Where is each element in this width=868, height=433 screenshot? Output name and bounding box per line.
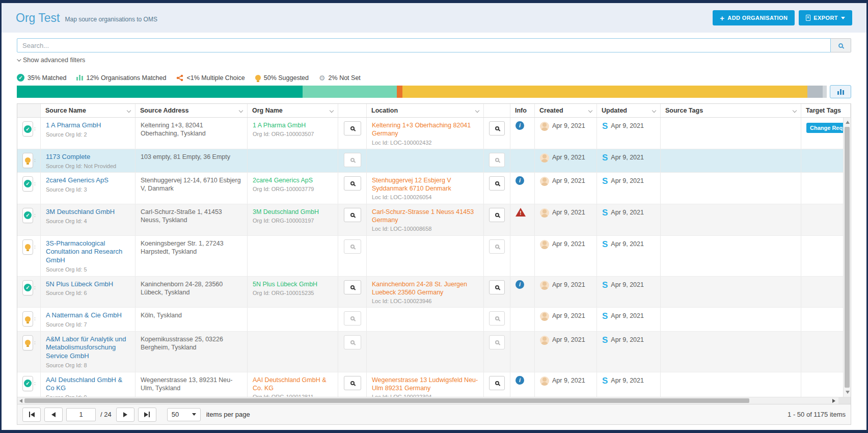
org-search-button[interactable] bbox=[344, 208, 361, 222]
org-search-button[interactable] bbox=[344, 121, 361, 136]
page-number-input[interactable] bbox=[66, 408, 96, 421]
table-row: A Natterman & Cie GmbHSource Org Id: 7 K… bbox=[17, 308, 851, 331]
table-row: ✓ AAI Deutschland GmbH & Co KGSource Org… bbox=[17, 372, 851, 397]
source-name-link[interactable]: 5N Plus Lübeck GmbH bbox=[46, 280, 130, 289]
column-menu-icon[interactable] bbox=[475, 109, 479, 113]
vertical-scroll-thumb[interactable] bbox=[845, 127, 850, 388]
location-search-button[interactable] bbox=[489, 121, 505, 136]
location-search-button[interactable] bbox=[489, 280, 505, 294]
matched-status-button[interactable]: ✓ bbox=[22, 280, 33, 295]
export-button[interactable]: EXPORT bbox=[799, 10, 852, 25]
page-title: Org Test bbox=[16, 11, 60, 25]
source-name-link[interactable]: 1173 Complete bbox=[46, 153, 130, 161]
org-name-cell: 3M Deutschland GmbHOrg Id: ORG-100003197 bbox=[248, 204, 338, 235]
col-org-name[interactable]: Org Name bbox=[248, 104, 338, 117]
show-advanced-filters-toggle[interactable]: Show advanced filters bbox=[17, 57, 85, 64]
search-icon bbox=[350, 213, 355, 217]
org-search-button[interactable] bbox=[344, 239, 361, 254]
column-menu-icon[interactable] bbox=[652, 109, 656, 113]
col-source-tags[interactable]: Source Tags bbox=[661, 104, 801, 117]
loc-id: Loc Id: LOC-100008658 bbox=[372, 225, 478, 232]
location-cell: Carl-Schurz-Strasse 1 Neuss 41453 German… bbox=[367, 204, 484, 235]
source-address-cell: Kaninchenborn 24-28, 23560 Lübeck, Tyskl… bbox=[135, 277, 248, 308]
matched-status-button[interactable]: ✓ bbox=[22, 121, 33, 137]
org-search-button[interactable] bbox=[344, 176, 361, 191]
col-location[interactable]: Location bbox=[367, 104, 484, 117]
lightbulb-icon bbox=[25, 157, 31, 163]
location-search-button[interactable] bbox=[489, 208, 505, 222]
suggested-status-button[interactable] bbox=[22, 311, 33, 327]
org-search-button[interactable] bbox=[344, 335, 361, 349]
first-page-button[interactable] bbox=[22, 408, 41, 422]
horizontal-scroll-thumb[interactable] bbox=[24, 398, 749, 403]
source-name-cell: 5N Plus Lübeck GmbHSource Org Id: 6 bbox=[41, 277, 135, 308]
source-tags-cell bbox=[661, 149, 801, 172]
horizontal-scrollbar[interactable] bbox=[17, 397, 851, 404]
table-row: ✓ 2care4 Generics ApSSource Org Id: 3 St… bbox=[17, 173, 851, 204]
org-id: Org Id: ORG-100003197 bbox=[253, 217, 333, 224]
location-cell bbox=[367, 332, 484, 372]
suggested-status-button[interactable] bbox=[22, 335, 33, 350]
info-icon[interactable]: i bbox=[516, 176, 524, 185]
matched-status-button[interactable]: ✓ bbox=[22, 376, 33, 391]
drag-grip bbox=[35, 286, 35, 287]
suggested-status-button[interactable] bbox=[22, 153, 33, 168]
scroll-right-arrow-icon[interactable] bbox=[832, 399, 835, 403]
info-icon[interactable]: i bbox=[516, 376, 524, 385]
source-name-link[interactable]: 1 A Pharma GmbH bbox=[46, 121, 130, 130]
status-cell bbox=[17, 332, 41, 372]
col-source-address[interactable]: Source Address bbox=[135, 104, 248, 117]
column-menu-icon[interactable] bbox=[127, 109, 131, 113]
search-input[interactable] bbox=[17, 38, 831, 52]
pagination-bar: / 24 50 items per page 1 - 50 of 1175 it… bbox=[17, 404, 851, 424]
col-source-name[interactable]: Source Name bbox=[41, 104, 135, 117]
info-icon[interactable]: i bbox=[516, 121, 524, 130]
org-search-button[interactable] bbox=[344, 280, 361, 294]
scroll-down-arrow-icon[interactable] bbox=[846, 391, 850, 394]
next-page-button[interactable] bbox=[116, 408, 134, 422]
source-name-cell: 3S-Pharmacological Conultation and Resea… bbox=[41, 236, 135, 276]
matched-status-button[interactable]: ✓ bbox=[22, 208, 33, 223]
location-search-button[interactable] bbox=[489, 153, 505, 167]
location-search-button[interactable] bbox=[489, 335, 505, 349]
source-name-link[interactable]: 3S-Pharmacological Conultation and Resea… bbox=[46, 239, 130, 265]
content: Show advanced filters ✓ 35% Matched 12% … bbox=[2, 38, 866, 425]
column-menu-icon[interactable] bbox=[330, 109, 334, 113]
status-legend: ✓ 35% Matched 12% Organisations Matched … bbox=[17, 74, 851, 82]
source-tags-cell bbox=[661, 118, 801, 149]
previous-page-button[interactable] bbox=[44, 408, 63, 422]
source-name-link[interactable]: A&M Labor für Analytik und Metabolismusf… bbox=[46, 335, 130, 361]
col-created[interactable]: Created bbox=[535, 104, 597, 117]
location-search-button[interactable] bbox=[489, 311, 505, 326]
scroll-up-arrow-icon[interactable] bbox=[846, 121, 850, 124]
page-size-select[interactable]: 50 bbox=[167, 408, 201, 421]
col-updated[interactable]: Updated bbox=[597, 104, 661, 117]
org-search-button[interactable] bbox=[344, 376, 361, 390]
org-search-button[interactable] bbox=[344, 311, 361, 326]
location-search-button[interactable] bbox=[489, 176, 505, 191]
location-search-button[interactable] bbox=[489, 376, 505, 390]
matched-status-button[interactable]: ✓ bbox=[22, 176, 33, 192]
location-cell: Kaninchenborn 24-28 St. Juergen Luebeck … bbox=[367, 277, 484, 308]
source-name-cell: A Natterman & Cie GmbHSource Org Id: 7 bbox=[41, 308, 135, 331]
vertical-scrollbar[interactable] bbox=[843, 118, 851, 397]
source-name-link[interactable]: AAI Deutschland GmbH & Co KG bbox=[46, 376, 130, 393]
source-name-link[interactable]: 3M Deutschland GmbH bbox=[46, 208, 130, 216]
column-menu-icon[interactable] bbox=[793, 109, 797, 113]
location-search-button[interactable] bbox=[489, 239, 505, 254]
source-name-link[interactable]: 2care4 Generics ApS bbox=[46, 176, 130, 185]
column-menu-icon[interactable] bbox=[588, 109, 592, 113]
column-menu-icon[interactable] bbox=[239, 109, 243, 113]
source-name-link[interactable]: A Natterman & Cie GmbH bbox=[46, 311, 130, 320]
warning-icon[interactable] bbox=[516, 208, 526, 216]
search-button[interactable] bbox=[831, 38, 851, 52]
info-icon[interactable]: i bbox=[516, 280, 524, 289]
org-search-button[interactable] bbox=[344, 153, 361, 167]
last-page-button[interactable] bbox=[138, 408, 156, 422]
scroll-left-arrow-icon[interactable] bbox=[19, 399, 22, 403]
org-id: Org Id: ORG-100015235 bbox=[253, 289, 333, 296]
chart-view-button[interactable] bbox=[830, 85, 851, 98]
suggested-status-button[interactable] bbox=[22, 239, 33, 255]
org-search-cell bbox=[338, 204, 367, 235]
add-organisation-button[interactable]: + ADD ORGANISATION bbox=[713, 10, 795, 25]
